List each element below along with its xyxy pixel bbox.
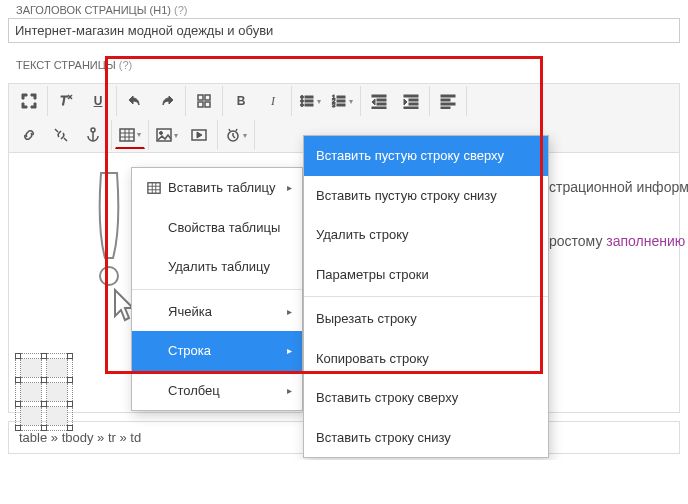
unlink-button[interactable] xyxy=(46,121,76,149)
menu-item-label: Вырезать строку xyxy=(316,309,417,329)
menu-insert-empty-row-above[interactable]: Вставить пустую строку сверху xyxy=(304,136,548,176)
table-placeholder[interactable] xyxy=(15,353,73,431)
menu-item-label: Копировать строку xyxy=(316,349,429,369)
anchor-button[interactable] xyxy=(78,121,108,149)
numbered-list-button[interactable]: 123 xyxy=(327,87,357,115)
menu-item-label: Свойства таблицы xyxy=(168,218,280,238)
body-field-label: ТЕКСТ СТРАНИЦЫ (?) xyxy=(8,55,680,73)
menu-delete-table[interactable]: Удалить таблицу xyxy=(132,247,302,287)
menu-insert-table[interactable]: Вставить таблицу xyxy=(132,168,302,208)
menu-item-label: Вставить пустую строку сверху xyxy=(316,146,504,166)
underline-button[interactable]: U xyxy=(83,87,113,115)
link-button[interactable] xyxy=(14,121,44,149)
menu-table-properties[interactable]: Свойства таблицы xyxy=(132,208,302,248)
title-field-label: ЗАГОЛОВОК СТРАНИЦЫ (H1) (?) xyxy=(8,0,680,18)
svg-rect-21 xyxy=(409,103,418,105)
svg-text:T: T xyxy=(60,94,69,108)
svg-rect-25 xyxy=(441,103,455,105)
svg-rect-8 xyxy=(305,104,313,106)
svg-point-29 xyxy=(91,128,95,132)
menu-delete-row[interactable]: Удалить строку xyxy=(304,215,548,255)
svg-rect-20 xyxy=(409,99,418,101)
svg-rect-26 xyxy=(441,107,450,109)
body-text-fragment: страционной информаци xyxy=(549,177,688,198)
menu-cut-row[interactable]: Вырезать строку xyxy=(304,299,548,339)
svg-rect-14 xyxy=(337,104,345,106)
bold-button[interactable]: B xyxy=(226,87,256,115)
svg-rect-15 xyxy=(372,95,386,97)
menu-item-label: Столбец xyxy=(168,381,220,401)
menu-item-label: Ячейка xyxy=(168,302,212,322)
menu-item-label: Вставить пустую строку снизу xyxy=(316,186,497,206)
svg-point-37 xyxy=(160,132,163,135)
svg-rect-16 xyxy=(377,99,386,101)
svg-point-42 xyxy=(100,267,118,285)
menu-row-properties[interactable]: Параметры строки xyxy=(304,255,548,295)
bullet-list-button[interactable] xyxy=(295,87,325,115)
svg-rect-17 xyxy=(377,103,386,105)
outdent-button[interactable] xyxy=(364,87,394,115)
svg-rect-24 xyxy=(441,99,450,101)
svg-rect-19 xyxy=(404,95,418,97)
menu-insert-empty-row-below[interactable]: Вставить пустую строку снизу xyxy=(304,176,548,216)
redo-button[interactable] xyxy=(152,87,182,115)
menu-item-label: Вставить таблицу xyxy=(168,178,275,198)
body-text-fragment: ростому заполнению анк xyxy=(549,231,688,252)
italic-button[interactable]: I xyxy=(258,87,288,115)
menu-item-label: Строка xyxy=(168,341,211,361)
menu-separator xyxy=(304,296,548,297)
clear-format-button[interactable]: T xyxy=(51,87,81,115)
undo-button[interactable] xyxy=(120,87,150,115)
menu-insert-row-above[interactable]: Вставить строку сверху xyxy=(304,378,548,418)
media-button[interactable] xyxy=(184,121,214,149)
editor-content-area[interactable]: страционной информаци им контеном. росто… xyxy=(8,153,680,413)
menu-item-label: Вставить строку снизу xyxy=(316,428,451,448)
exclamation-image xyxy=(89,168,129,294)
menu-item-label: Удалить строку xyxy=(316,225,409,245)
table-button[interactable] xyxy=(115,121,145,149)
menu-insert-row-below[interactable]: Вставить строку снизу xyxy=(304,418,548,458)
svg-point-7 xyxy=(301,104,304,107)
menu-cell[interactable]: Ячейка xyxy=(132,292,302,332)
menu-column[interactable]: Столбец xyxy=(132,371,302,411)
svg-text:3: 3 xyxy=(332,102,336,108)
image-button[interactable] xyxy=(152,121,182,149)
wysiwyg-editor: T U B I 123 xyxy=(8,83,680,413)
help-icon[interactable]: (?) xyxy=(174,4,187,16)
svg-point-5 xyxy=(301,100,304,103)
svg-rect-10 xyxy=(337,96,345,98)
menu-item-label: Вставить строку сверху xyxy=(316,388,458,408)
svg-line-28 xyxy=(64,138,67,141)
svg-rect-18 xyxy=(372,107,386,109)
table-icon xyxy=(144,181,164,195)
menu-item-label: Параметры строки xyxy=(316,265,429,285)
svg-line-41 xyxy=(233,136,235,138)
indent-button[interactable] xyxy=(396,87,426,115)
help-icon[interactable]: (?) xyxy=(119,59,132,71)
table-context-menu: Вставить таблицу Свойства таблицы Удалит… xyxy=(131,167,303,411)
svg-rect-6 xyxy=(305,100,313,102)
menu-row[interactable]: Строка xyxy=(132,331,302,371)
datetime-button[interactable] xyxy=(221,121,251,149)
find-button[interactable] xyxy=(189,87,219,115)
menu-copy-row[interactable]: Копировать строку xyxy=(304,339,548,379)
align-left-button[interactable] xyxy=(433,87,463,115)
svg-point-3 xyxy=(301,96,304,99)
svg-rect-31 xyxy=(120,129,134,141)
svg-rect-12 xyxy=(337,100,345,102)
body-link[interactable]: заполнению анк xyxy=(606,233,688,249)
row-submenu: Вставить пустую строку сверху Вставить п… xyxy=(303,135,549,458)
page-title-input[interactable] xyxy=(8,18,680,43)
svg-rect-4 xyxy=(305,96,313,98)
menu-separator xyxy=(132,289,302,290)
svg-line-27 xyxy=(55,129,58,132)
svg-rect-22 xyxy=(404,107,418,109)
svg-rect-43 xyxy=(148,183,160,194)
svg-rect-23 xyxy=(441,95,455,97)
fullscreen-button[interactable] xyxy=(14,87,44,115)
menu-item-label: Удалить таблицу xyxy=(168,257,270,277)
toolbar-row-1: T U B I 123 xyxy=(8,83,680,118)
